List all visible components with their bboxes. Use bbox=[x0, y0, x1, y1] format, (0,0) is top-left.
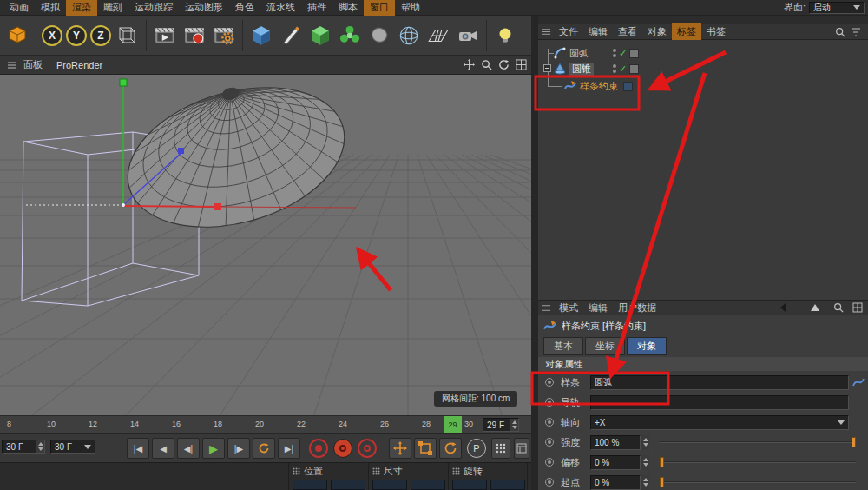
menu-mograph[interactable]: 运动图形 bbox=[179, 0, 229, 16]
rotation-p-field[interactable] bbox=[490, 480, 525, 490]
panel-menu[interactable]: 面板 bbox=[23, 58, 43, 71]
rotation-h-field[interactable] bbox=[452, 480, 487, 490]
lock-y-axis-button[interactable]: Y bbox=[66, 25, 87, 46]
viewport-menu-icon[interactable] bbox=[5, 58, 18, 71]
toggle-views-icon[interactable] bbox=[515, 58, 528, 71]
animation-dot-icon[interactable] bbox=[545, 418, 554, 427]
timeline-playhead[interactable]: 29 bbox=[444, 416, 462, 434]
panel-menu-icon[interactable] bbox=[542, 303, 551, 313]
render-to-picture-viewer-icon[interactable] bbox=[181, 22, 207, 50]
tab-prorender[interactable]: ProRender bbox=[56, 60, 102, 70]
object-row-spline-constraint[interactable]: 样条约束 bbox=[538, 78, 868, 94]
enable-check-icon[interactable]: ✓ bbox=[619, 49, 627, 58]
offset-slider-knob[interactable] bbox=[660, 457, 664, 467]
panel-menu-icon[interactable] bbox=[542, 27, 551, 36]
interface-dropdown[interactable]: 启动 bbox=[809, 2, 865, 14]
om-menu-object[interactable]: 对象 bbox=[642, 23, 672, 40]
object-row-arc[interactable]: 圆弧 ✓ bbox=[538, 45, 868, 61]
timeline-ruler[interactable]: 8 10 12 14 16 18 20 22 24 26 28 29 30 29… bbox=[0, 415, 531, 433]
am-menu-edit[interactable]: 编辑 bbox=[583, 300, 613, 316]
menu-simulate[interactable]: 模拟 bbox=[35, 0, 66, 16]
tab-coordinates[interactable]: 坐标 bbox=[585, 337, 625, 355]
visibility-dots-toggle[interactable] bbox=[613, 64, 616, 73]
menu-motion-tracking[interactable]: 运动跟踪 bbox=[128, 0, 179, 16]
start-slider-knob[interactable] bbox=[660, 477, 664, 487]
spline-pen-icon[interactable] bbox=[278, 22, 304, 50]
simulate-sphere-icon[interactable] bbox=[396, 22, 422, 50]
search-icon[interactable] bbox=[835, 27, 845, 37]
strength-stepper[interactable] bbox=[641, 435, 649, 450]
move-tool-icon[interactable] bbox=[389, 438, 411, 459]
menu-script[interactable]: 脚本 bbox=[332, 0, 364, 16]
position-x-field[interactable] bbox=[293, 480, 327, 490]
size-x-field[interactable] bbox=[372, 480, 407, 490]
camera-icon[interactable] bbox=[455, 22, 481, 50]
object-row-cone[interactable]: 圆锥 ✓ bbox=[538, 61, 868, 76]
animation-dot-icon[interactable] bbox=[545, 398, 554, 407]
animation-dot-icon[interactable] bbox=[545, 378, 554, 387]
end-frame-field[interactable]: 30 F bbox=[2, 440, 45, 454]
menu-render[interactable]: 渲染 bbox=[66, 0, 97, 16]
position-y-field[interactable] bbox=[331, 480, 365, 490]
start-slider[interactable] bbox=[660, 481, 856, 483]
menu-help[interactable]: 帮助 bbox=[395, 0, 426, 16]
animation-dot-icon[interactable] bbox=[545, 478, 554, 487]
fps-dropdown[interactable]: 30 F bbox=[50, 440, 95, 454]
phong-tag-icon[interactable] bbox=[629, 64, 639, 74]
collapse-expander[interactable] bbox=[543, 64, 551, 72]
primitive-cube-icon[interactable] bbox=[248, 22, 274, 50]
up-arrow-icon[interactable] bbox=[810, 302, 820, 313]
goto-end-button[interactable]: ▶| bbox=[278, 438, 300, 459]
visibility-dots-toggle[interactable] bbox=[613, 49, 616, 57]
frame-stepper[interactable] bbox=[510, 419, 518, 431]
filter-icon[interactable] bbox=[851, 27, 861, 37]
spline-curve-icon[interactable] bbox=[852, 376, 865, 388]
light-bulb-icon[interactable] bbox=[492, 22, 518, 50]
menu-window[interactable]: 窗口 bbox=[364, 0, 395, 16]
start-field[interactable]: 0 % bbox=[590, 475, 641, 490]
rotate-tool-icon[interactable] bbox=[439, 438, 462, 459]
mograph-cloner-icon[interactable] bbox=[337, 22, 363, 50]
autokeying-button[interactable] bbox=[333, 439, 352, 458]
size-y-field[interactable] bbox=[411, 480, 445, 490]
panel-layout-icon[interactable] bbox=[514, 438, 529, 459]
start-stepper[interactable] bbox=[641, 475, 649, 490]
previous-frame-button[interactable]: ◀| bbox=[177, 438, 200, 459]
phong-tag-icon[interactable] bbox=[629, 49, 639, 58]
field-plane-icon[interactable] bbox=[425, 22, 451, 50]
menu-character[interactable]: 角色 bbox=[229, 0, 260, 16]
offset-slider[interactable] bbox=[660, 461, 856, 463]
grid-dots-icon[interactable] bbox=[491, 438, 510, 459]
animation-dot-icon[interactable] bbox=[545, 458, 554, 467]
om-menu-bookmarks[interactable]: 书签 bbox=[701, 23, 731, 40]
strength-slider[interactable] bbox=[660, 441, 856, 443]
subdivision-surface-icon[interactable] bbox=[307, 22, 333, 50]
lock-x-axis-button[interactable]: X bbox=[42, 25, 62, 46]
next-frame-button[interactable]: |▶ bbox=[227, 438, 250, 459]
rail-link-field[interactable] bbox=[590, 395, 849, 410]
om-menu-edit[interactable]: 编辑 bbox=[583, 23, 613, 40]
om-menu-view[interactable]: 查看 bbox=[613, 23, 642, 40]
strength-slider-knob[interactable] bbox=[852, 437, 856, 447]
strength-field[interactable]: 100 % bbox=[590, 435, 641, 450]
deformer-enable-toggle[interactable] bbox=[623, 82, 633, 91]
enable-check-icon[interactable]: ✓ bbox=[619, 64, 627, 74]
menu-sculpt[interactable]: 雕刻 bbox=[97, 0, 128, 16]
tab-object[interactable]: 对象 bbox=[627, 337, 667, 355]
object-name[interactable]: 样条约束 bbox=[580, 80, 618, 93]
loop-mode-button[interactable] bbox=[253, 438, 275, 459]
om-menu-file[interactable]: 文件 bbox=[554, 23, 583, 40]
lock-z-axis-button[interactable]: Z bbox=[90, 25, 111, 46]
layout-grid-icon[interactable] bbox=[852, 302, 863, 313]
am-menu-mode[interactable]: 模式 bbox=[554, 300, 583, 316]
scale-tool-icon[interactable] bbox=[414, 438, 437, 459]
3d-viewport[interactable]: 网格间距: 100 cm bbox=[0, 75, 531, 415]
render-view-icon[interactable] bbox=[152, 22, 178, 50]
spline-link-field[interactable]: 圆弧 bbox=[590, 375, 849, 390]
history-back-icon[interactable] bbox=[778, 302, 788, 313]
tab-basic[interactable]: 基本 bbox=[543, 337, 583, 355]
axis-dropdown[interactable]: +X bbox=[590, 415, 849, 430]
current-frame-field[interactable]: 29 F bbox=[483, 418, 519, 432]
pan-view-icon[interactable] bbox=[463, 58, 476, 71]
animation-dot-icon[interactable] bbox=[545, 438, 554, 447]
